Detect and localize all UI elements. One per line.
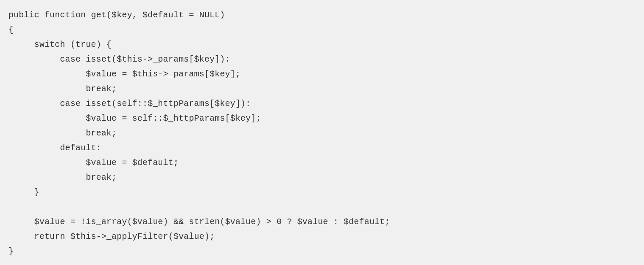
code-line: return $this->_applyFilter($value); [8, 232, 215, 241]
code-line: break; [8, 84, 117, 94]
code-line: break; [8, 173, 117, 182]
code-line: case isset(self::$_httpParams[$key]): [8, 99, 251, 108]
code-line: $value = $this->_params[$key]; [8, 69, 240, 79]
code-line: switch (true) { [8, 40, 112, 49]
code-line: case isset($this->_params[$key]): [8, 54, 230, 64]
code-line: default: [8, 143, 101, 153]
code-line: $value = !is_array($value) && strlen($va… [8, 217, 390, 227]
code-line: } [8, 187, 39, 197]
code-line: $value = self::$_httpParams[$key]; [8, 114, 261, 123]
code-line: break; [8, 128, 117, 138]
code-line: $value = $default; [8, 158, 179, 168]
code-line: } [8, 246, 14, 256]
code-line: { [8, 25, 14, 35]
code-block: public function get($key, $default = NUL… [0, 0, 644, 265]
code-line: public function get($key, $default = NUL… [8, 10, 225, 20]
